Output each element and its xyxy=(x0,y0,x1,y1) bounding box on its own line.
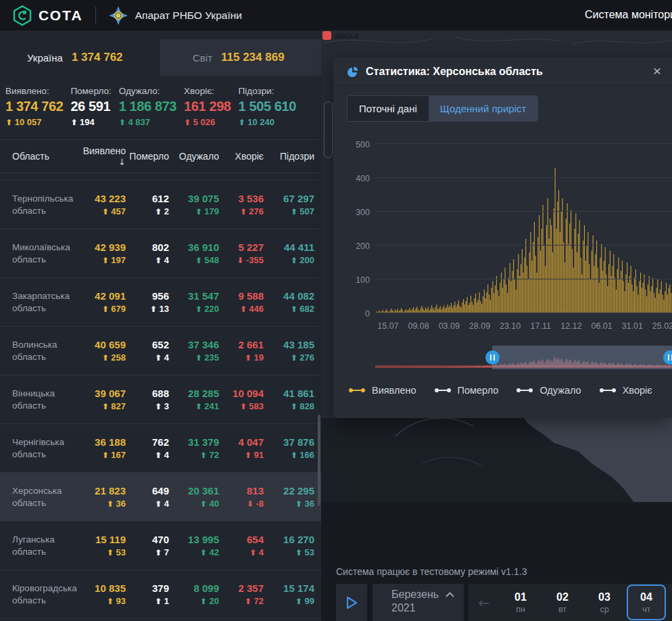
legend-item[interactable]: Одужало xyxy=(516,385,581,396)
table-row[interactable]: Вінницька область 39 067 ⬆ 827 688 ⬆ 3 2… xyxy=(0,375,321,424)
stat-cell: 15 119 ⬆ 53 xyxy=(73,534,126,557)
sort-desc-icon: ↓ xyxy=(118,157,126,167)
day-cell-03[interactable]: 03 ср xyxy=(583,584,625,621)
x-tick-label: 09.08 xyxy=(408,321,429,331)
region-name: Вінницька область xyxy=(5,388,73,412)
region-name: Миколаївська область xyxy=(5,242,73,266)
stat-cell: 688 ⬆ 3 xyxy=(126,388,169,411)
y-tick-label: 400 xyxy=(348,174,370,183)
day-cell-04[interactable]: 04 чт xyxy=(627,584,666,620)
legend-marker-icon xyxy=(516,387,533,394)
table-header: Область Виявлено ↓ Померло Одужало Хворі… xyxy=(0,139,321,173)
stat-cell: 379 ⬆ 1 xyxy=(126,582,169,606)
gridline xyxy=(375,279,672,279)
legend-label: Виявлено xyxy=(372,385,416,396)
scrollbar[interactable] xyxy=(318,415,320,506)
col-recovered[interactable]: Одужало xyxy=(169,151,219,162)
play-button[interactable] xyxy=(336,584,367,621)
x-tick-label: 31.01 xyxy=(622,321,643,331)
stat-cell: 4 047 ⬆ 91 xyxy=(219,436,264,460)
gridline xyxy=(375,313,672,313)
left-panel: Україна 1 374 762 Світ 115 234 869 Виявл… xyxy=(0,30,321,621)
stat-cell: 15 174 ⬆ 99 xyxy=(264,582,314,606)
table-row[interactable]: Закарпатська область 42 091 ⬆ 679 956 ⬆ … xyxy=(0,278,321,327)
table-row[interactable]: Кіровоградська область 10 835 ⬆ 93 379 ⬆… xyxy=(0,570,321,619)
app-root: анськ Система працює в тестовому режимі … xyxy=(0,0,672,621)
y-tick-label: 0 xyxy=(348,309,370,319)
stat-cell: 2 357 ⬆ 72 xyxy=(219,582,264,606)
stat-cell: 9 588 ⬆ 446 xyxy=(219,290,264,314)
day-cell-01[interactable]: 01 пн xyxy=(500,584,542,621)
slider-handle-left[interactable] xyxy=(485,350,500,365)
day-list: 01 пн 02 вт 03 ср 04 чт xyxy=(500,584,672,621)
stat-value: 1 505 610 xyxy=(239,99,296,114)
y-tick-label: 500 xyxy=(348,140,370,150)
col-detected[interactable]: Виявлено ↓ xyxy=(73,145,126,167)
day-number: 01 xyxy=(514,591,527,603)
legend-marker-icon xyxy=(434,387,452,394)
stat-cell: 5 227 ⬇ -355 xyxy=(219,242,264,265)
map-zoom-control[interactable] xyxy=(324,101,333,158)
legend-item[interactable]: Хворіє xyxy=(599,385,652,396)
modal-title: Статистика: Херсонська область xyxy=(366,66,543,78)
y-tick-label: 200 xyxy=(348,242,370,251)
slider-handle-right[interactable] xyxy=(663,350,672,365)
tab-inactive[interactable]: Поточні дані xyxy=(347,96,429,121)
stat-cell: 802 ⬆ 4 xyxy=(126,242,169,265)
modal-header: Статистика: Херсонська область × xyxy=(333,58,672,86)
region-name: Луганська область xyxy=(5,534,73,558)
play-icon xyxy=(345,595,358,610)
day-of-week: вт xyxy=(558,605,567,614)
stat-label: Померло: xyxy=(70,86,111,96)
table-row[interactable]: Миколаївська область 42 939 ⬆ 197 802 ⬆ … xyxy=(0,229,321,278)
stat-cell: 41 861 ⬆ 828 xyxy=(264,388,314,411)
month-label: Березень xyxy=(391,589,439,601)
date-bar: Березень 2021 ← 01 пн 02 вт 03 ср 04 чт xyxy=(336,584,672,621)
table-row[interactable]: Чернігівська область 36 188 ⬆ 167 762 ⬆ … xyxy=(0,424,321,473)
stat-cell: 43 185 ⬆ 276 xyxy=(264,339,314,363)
prev-day-button[interactable]: ← xyxy=(469,584,500,621)
table-row[interactable]: Волинська область 40 659 ⬆ 258 652 ⬆ 4 3… xyxy=(0,327,321,375)
stat-cell: 44 082 ⬆ 682 xyxy=(264,290,314,314)
stat-cell: 20 361 ⬆ 40 xyxy=(169,485,219,509)
ukraine-total[interactable]: Україна 1 374 762 xyxy=(0,39,160,76)
sota-logo: СОТА xyxy=(12,5,83,26)
legend-item[interactable]: Виявлено xyxy=(348,385,416,396)
header-divider xyxy=(95,7,96,24)
world-total[interactable]: Світ 115 234 869 xyxy=(160,39,321,76)
col-region[interactable]: Область xyxy=(5,151,73,162)
stat-label: Одужало: xyxy=(119,86,176,96)
table-row[interactable]: Херсонська область 21 823 ⬆ 36 649 ⬆ 4 2… xyxy=(0,473,321,522)
col-sick[interactable]: Хворіє xyxy=(219,151,264,162)
day-of-week: чт xyxy=(642,605,650,614)
map-city-label: анськ xyxy=(334,30,359,41)
slider-selected-range[interactable] xyxy=(492,346,672,369)
stat-cell: 42 091 ⬆ 679 xyxy=(73,290,126,314)
month-selector[interactable]: Березень 2021 xyxy=(373,584,464,621)
col-suspected[interactable]: Підозри xyxy=(264,151,314,162)
col-died[interactable]: Померло xyxy=(126,151,169,162)
stat-cell: 10 094 ⬆ 583 xyxy=(219,388,264,411)
gridline xyxy=(375,245,672,246)
stat-delta: ⬆ 4 837 xyxy=(119,117,176,127)
stat-cell: 813 ⬇ -8 xyxy=(219,485,264,509)
chevron-up-icon xyxy=(446,592,454,597)
table-row[interactable]: Тернопільська область 43 223 ⬆ 457 612 ⬆… xyxy=(0,181,321,229)
y-tick-label: 300 xyxy=(348,208,370,217)
region-name: Волинська область xyxy=(5,339,73,363)
org-name: Апарат РНБО України xyxy=(135,9,242,22)
stat-cell: 28 285 ⬆ 241 xyxy=(169,388,219,411)
x-tick-label: 03.09 xyxy=(439,321,460,331)
rnbo-emblem-icon xyxy=(108,5,128,26)
map-pin-icon[interactable] xyxy=(322,31,331,40)
day-cell-02[interactable]: 02 вт xyxy=(542,584,583,621)
tab-active[interactable]: Щоденний приріст xyxy=(429,96,538,121)
table-row[interactable]: Луганська область 15 119 ⬆ 53 470 ⬆ 7 13… xyxy=(0,522,321,570)
close-icon[interactable]: × xyxy=(648,62,667,80)
stat-cell: 762 ⬆ 4 xyxy=(126,436,169,460)
region-name: Тернопільська область xyxy=(5,193,73,217)
x-tick-label: 06.01 xyxy=(591,321,612,331)
legend-item[interactable]: Померло xyxy=(434,385,499,396)
logo-text: СОТА xyxy=(39,7,83,24)
stat-cell: 39 067 ⬆ 827 xyxy=(73,388,126,411)
